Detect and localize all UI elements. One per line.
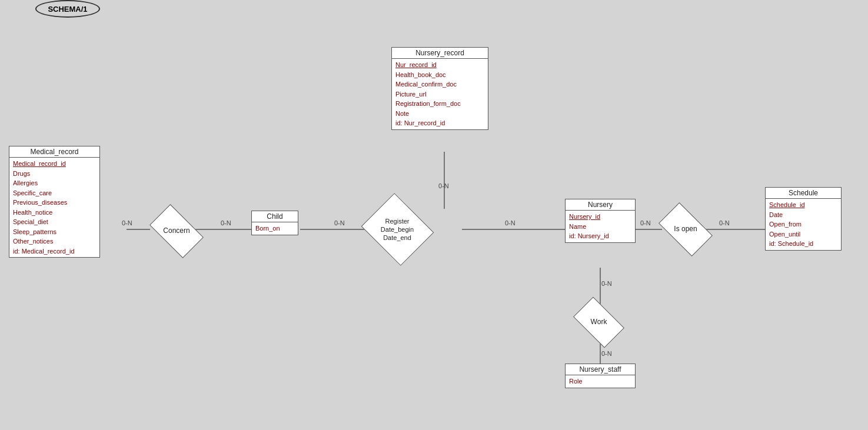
attr-other-notices: Other_notices [13,236,96,246]
attr-name: Name [569,222,631,232]
is-open-relationship: Is open [659,213,712,245]
attr-role: Role [569,376,631,386]
work-relationship: Work [574,306,624,338]
schedule-title: Schedule [766,188,841,199]
concern-label: Concern [163,226,189,236]
card-work-staff: 0-N [601,350,612,357]
attr-drugs: Drugs [13,169,96,179]
nursery-record-entity: Nursery_record Nur_record_id Health_book… [391,47,488,130]
register-relationship: RegisterDate_beginDate_end [365,203,430,256]
card-isopen-schedule: 0-N [719,219,730,226]
attr-health-book-doc: Health_book_doc [395,70,484,80]
schema-label: SCHEMA/1 [35,0,100,18]
child-entity: Child Born_on [251,211,298,235]
attr-open-from: Open_from [769,219,837,229]
nursery-staff-title: Nursery_staff [566,364,635,375]
attr-allergies: Allergies [13,178,96,188]
nursery-staff-entity: Nursery_staff Role [565,364,636,388]
card-nursery-record-register: 0-N [438,182,449,189]
card-medical-concern: 0-N [122,219,132,226]
attr-nur-record-id: Nur_record_id [395,60,484,70]
work-label: Work [591,318,607,327]
attr-schedule-id-row: id: Schedule_id [769,239,837,249]
card-register-nursery: 0-N [505,219,516,226]
nursery-entity: Nursery Nursery_id Name id: Nursery_id [565,199,636,243]
attr-medical-confirm-doc: Medical_confirm_doc [395,79,484,89]
nursery-record-attrs: Nur_record_id Health_book_doc Medical_co… [392,59,488,129]
medical-record-entity: Medical_record Medical_record_id Drugs A… [9,146,100,258]
attr-previous-diseases: Previous_diseases [13,198,96,208]
attr-date: Date [769,210,837,220]
card-nursery-isopen: 0-N [640,219,651,226]
nursery-title: Nursery [566,199,635,211]
nursery-staff-attrs: Role [566,375,635,388]
schedule-attrs: Schedule_id Date Open_from Open_until id… [766,199,841,250]
is-open-label: Is open [674,225,697,234]
card-concern-child: 0-N [221,219,231,226]
attr-special-diet: Special_diet [13,217,96,227]
attr-registration-form-doc: Registration_form_doc [395,99,484,109]
attr-picture-url: Picture_url [395,89,484,99]
medical-record-title: Medical_record [9,146,99,158]
attr-health-notice: Health_notice [13,208,96,218]
attr-nursery-id: Nursery_id [569,212,631,222]
attr-nursery-id-row: id: Nursery_id [569,231,631,241]
medical-record-attrs: Medical_record_id Drugs Allergies Specif… [9,158,99,257]
attr-nur-record-id-row: id: Nur_record_id [395,118,484,128]
nursery-record-title: Nursery_record [392,48,488,59]
attr-note: Note [395,109,484,119]
attr-medical-record-id: Medical_record_id [13,159,96,169]
card-nursery-work: 0-N [601,280,612,287]
register-label: RegisterDate_beginDate_end [381,217,414,242]
attr-open-until: Open_until [769,229,837,239]
card-child-register: 0-N [334,219,345,226]
attr-sleep-patterns: Sleep_patterns [13,227,96,237]
nursery-attrs: Nursery_id Name id: Nursery_id [566,211,635,242]
concern-relationship: Concern [150,215,203,247]
schedule-entity: Schedule Schedule_id Date Open_from Open… [765,187,842,251]
child-attrs: Born_on [252,222,298,235]
attr-born-on: Born_on [255,224,294,234]
attr-medical-record-id-row: id: Medical_record_id [13,246,96,256]
attr-specific-care: Specific_care [13,188,96,198]
child-title: Child [252,211,298,222]
attr-schedule-id: Schedule_id [769,200,837,210]
